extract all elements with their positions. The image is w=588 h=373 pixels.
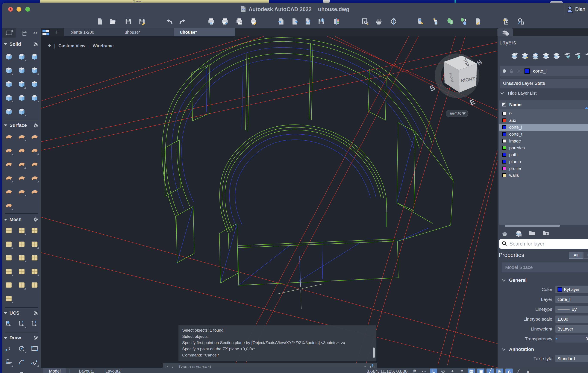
- draw-spline-tool[interactable]: [30, 357, 39, 367]
- pan-icon[interactable]: [375, 17, 383, 26]
- solid-extrude-tool[interactable]: [17, 51, 26, 62]
- properties-filter-my[interactable]: My: [583, 252, 588, 259]
- layer-color-swatch[interactable]: [502, 167, 506, 171]
- etransmit-icon[interactable]: [317, 17, 325, 26]
- surface-cv-show-tool[interactable]: [17, 172, 26, 183]
- layer-unisolate-icon[interactable]: [552, 51, 561, 60]
- properties-section-general[interactable]: General: [502, 277, 588, 283]
- solid-interfere-tool[interactable]: [30, 79, 39, 89]
- export-icon[interactable]: [290, 17, 299, 26]
- property-value-linetype-scale[interactable]: 1.000: [555, 316, 588, 323]
- property-value-text-style[interactable]: Standard: [555, 355, 588, 362]
- layout-tab-model[interactable]: Model: [43, 368, 66, 373]
- layer-state-dropdown[interactable]: Unsaved Layer State: [499, 78, 588, 88]
- mesh-edit-tool[interactable]: [4, 239, 13, 249]
- mesh-smooth-more-tool[interactable]: [4, 252, 13, 263]
- layer-row-corte_l[interactable]: corte_l: [499, 124, 588, 131]
- solid-edit-tool[interactable]: [17, 106, 26, 117]
- surface-extend-tool[interactable]: [30, 145, 39, 155]
- mesh-revolve-tool[interactable]: [17, 225, 26, 235]
- zoom-window-icon[interactable]: [361, 17, 369, 26]
- gear-icon[interactable]: [33, 217, 38, 222]
- hatch-display-toggle[interactable]: ▦: [468, 369, 475, 373]
- check-standards-icon[interactable]: [502, 17, 510, 26]
- solid-fillet-edge-tool[interactable]: [17, 65, 26, 75]
- hide-layer-list-toggle[interactable]: Hide Layer List: [500, 91, 536, 96]
- layer-off-icon[interactable]: [573, 51, 582, 60]
- solid-union-tool[interactable]: [30, 51, 39, 62]
- mesh-sweep-tool[interactable]: [30, 225, 39, 235]
- layer-row-path[interactable]: path: [499, 151, 588, 158]
- mesh-ruled-tool[interactable]: [17, 239, 26, 249]
- palette-tab-2d[interactable]: [2, 28, 16, 38]
- command-share-icon[interactable]: [370, 364, 375, 368]
- layer-group-new-icon[interactable]: [541, 229, 551, 238]
- plot-edit-icon[interactable]: [249, 17, 258, 26]
- property-value-linetype[interactable]: By: [555, 306, 588, 313]
- orbit-icon[interactable]: [389, 17, 398, 26]
- print-icon[interactable]: [207, 17, 215, 26]
- layer-row-image[interactable]: image: [499, 138, 588, 144]
- gear-icon[interactable]: [33, 123, 38, 128]
- compass-south[interactable]: S: [428, 83, 436, 93]
- surface-analysis-tool[interactable]: [30, 186, 39, 197]
- layer-freeze-icon[interactable]: [562, 51, 572, 60]
- surface-trim-tool[interactable]: [4, 159, 13, 169]
- property-value-transparency[interactable]: 0: [555, 335, 588, 342]
- viewcube[interactable]: S E N TOP FRONT RIGHT WCS: [428, 56, 483, 117]
- palette-section-ucs[interactable]: UCS: [4, 310, 39, 316]
- layer-color-swatch[interactable]: [502, 160, 506, 163]
- surface-tools-tool[interactable]: [30, 172, 39, 183]
- layers-panel-tab[interactable]: i: [497, 28, 513, 36]
- mesh-extrude-face-tool[interactable]: [17, 266, 26, 277]
- layer-on-icon[interactable]: [503, 69, 506, 73]
- solid-box-tool[interactable]: [4, 51, 13, 62]
- solid-presspull-tool[interactable]: [4, 65, 13, 75]
- titlebar[interactable]: Autodesk AutoCAD 2022 uhouse.dwg Dian: [2, 3, 588, 15]
- solid-slice-plane-tool[interactable]: [4, 93, 13, 103]
- layout-tab-layout2[interactable]: Layout2: [100, 368, 126, 373]
- layer-color-swatch[interactable]: [502, 153, 506, 157]
- import-icon[interactable]: [277, 17, 286, 26]
- layer-isolate-icon[interactable]: [541, 51, 551, 60]
- viewport-visualstyle-control[interactable]: Wireframe: [93, 43, 114, 48]
- mesh-convert-faceted-tool[interactable]: [17, 280, 26, 290]
- gear-icon[interactable]: [33, 335, 38, 340]
- mesh-convert-smooth-tool[interactable]: [4, 280, 13, 290]
- layer-color-swatch[interactable]: [502, 173, 506, 177]
- layer-row-aux[interactable]: aux: [499, 117, 588, 124]
- layer-states-icon[interactable]: [514, 229, 523, 238]
- layer-color-swatch[interactable]: [502, 139, 506, 143]
- ucs-ucs-x-tool[interactable]: x: [17, 319, 26, 329]
- file-tab-uhouse-[interactable]: uhouse*: [119, 28, 180, 36]
- save-icon[interactable]: [124, 17, 132, 26]
- solid-section-tool[interactable]: [30, 93, 39, 103]
- command-history[interactable]: Select objects: 1 foundSelect objects:Sp…: [178, 325, 376, 361]
- layer-color-swatch[interactable]: [502, 112, 506, 116]
- more-dots-toggle[interactable]: ⋯: [420, 369, 428, 373]
- ungroup-icon[interactable]: [459, 17, 468, 26]
- properties-filter-all[interactable]: All: [569, 252, 583, 259]
- command-history-scrollbar[interactable]: [373, 347, 375, 358]
- layer-group-open-icon[interactable]: [528, 229, 537, 238]
- layout-grid-icon[interactable]: [42, 29, 50, 35]
- palette-section-mesh[interactable]: Mesh: [4, 217, 39, 223]
- mesh-crease-tool[interactable]: [30, 252, 39, 263]
- new-tab-button[interactable]: +: [55, 29, 59, 36]
- attach-icon[interactable]: [304, 17, 312, 26]
- layer-properties-icon[interactable]: [510, 51, 519, 60]
- solid-slice-tool[interactable]: [30, 65, 39, 75]
- layer-list-header[interactable]: Name: [499, 100, 588, 109]
- surface-materials-tool[interactable]: [4, 200, 13, 210]
- solid-extract-edges-tool[interactable]: [17, 79, 26, 89]
- layer-merge-icon[interactable]: [500, 229, 510, 238]
- solid-convert-tool[interactable]: [4, 106, 13, 117]
- layer-color-swatch[interactable]: [502, 118, 506, 122]
- surface-patch-tool[interactable]: [30, 131, 39, 142]
- command-input-row[interactable]: >_ ▼ Type a command ▼: [163, 363, 377, 368]
- save-as-icon[interactable]: [137, 17, 146, 26]
- annotation-autoscale-toggle[interactable]: ⚡: [515, 369, 522, 373]
- mesh-split-tool[interactable]: [30, 266, 39, 277]
- ucs-world-tool[interactable]: [4, 319, 13, 329]
- layer-make-current-icon[interactable]: [520, 51, 530, 60]
